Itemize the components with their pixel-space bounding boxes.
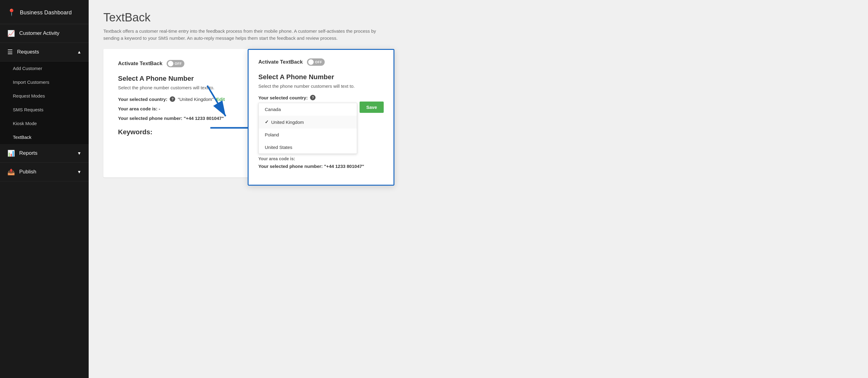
sidebar-brand-label: Business Dashboard (20, 9, 72, 16)
popup-country-label: Your selected country: (258, 95, 308, 100)
dropdown-item-poland[interactable]: Poland (259, 128, 357, 141)
popup-activate-row: Activate TextBack OFF (258, 58, 384, 66)
main-content: TextBack Textback offers a customer real… (89, 0, 868, 378)
sidebar-sub-item-import-customers[interactable]: Import Customers (0, 75, 89, 89)
toggle-knob (168, 61, 173, 66)
popup-area-code-label: Your area code is: (258, 156, 295, 161)
dropdown-item-uk[interactable]: ✓ United Kingdom (259, 116, 357, 128)
dropdown-item-canada[interactable]: Canada (259, 103, 357, 116)
page-title: TextBack (103, 11, 853, 24)
sidebar-sub-item-request-modes[interactable]: Request Modes (0, 89, 89, 103)
publish-icon: 📤 (7, 168, 15, 176)
content-area: Activate TextBack OFF Select A Phone Num… (89, 49, 868, 192)
requests-icon: ☰ (7, 48, 13, 56)
check-icon: ✓ (265, 119, 269, 125)
sub-item-label: Import Customers (13, 80, 49, 85)
location-icon: 📍 (7, 8, 16, 17)
popup-toggle-state: OFF (315, 60, 322, 64)
sidebar-item-label: Requests (17, 49, 39, 55)
save-button[interactable]: Save (360, 101, 384, 113)
page-header: TextBack Textback offers a customer real… (89, 0, 868, 49)
sidebar-sub-item-add-customer[interactable]: Add Customer (0, 61, 89, 75)
country-value: "United Kingdom" (178, 97, 213, 102)
activity-icon: 📈 (7, 30, 15, 37)
sub-item-label: TextBack (13, 135, 31, 140)
sidebar-sub-item-textback[interactable]: TextBack (0, 130, 89, 144)
sidebar-item-publish[interactable]: 📤 Publish ▼ (0, 163, 89, 181)
popup-question-badge[interactable]: ? (310, 95, 315, 100)
dropdown-item-label: United States (265, 145, 292, 150)
sidebar-item-requests[interactable]: ☰ Requests ▲ (0, 43, 89, 61)
sidebar-item-customer-activity[interactable]: 📈 Customer Activity (0, 24, 89, 43)
dropdown-item-us[interactable]: United States (259, 141, 357, 153)
popup-toggle-knob (308, 59, 314, 65)
popup-country-row: Your selected country: ? (258, 95, 384, 100)
toggle-state: OFF (175, 62, 182, 65)
country-dropdown[interactable]: Canada ✓ United Kingdom Poland United St… (258, 103, 357, 154)
reports-icon: 📊 (7, 150, 15, 157)
sidebar-item-label: Customer Activity (19, 30, 59, 36)
chevron-up-icon: ▲ (77, 50, 81, 54)
dropdown-item-label: United Kingdom (271, 120, 304, 125)
page-description: Textback offers a customer real-time ent… (103, 28, 378, 41)
activate-toggle[interactable]: OFF (167, 60, 184, 67)
sidebar-item-reports[interactable]: 📊 Reports ▼ (0, 144, 89, 163)
activate-textback-label: Activate TextBack (118, 61, 162, 67)
popup-phone-desc: Select the phone number customers will t… (258, 84, 384, 89)
sub-item-label: Request Modes (13, 93, 45, 98)
dropdown-item-label: Poland (265, 132, 279, 137)
edit-link[interactable]: Edit (216, 97, 225, 102)
popup-area-code-row: Your area code is: (258, 156, 384, 161)
popup-card: Activate TextBack OFF Select A Phone Num… (248, 49, 394, 186)
sub-item-label: Add Customer (13, 66, 42, 71)
dropdown-item-label: Canada (265, 107, 281, 112)
sidebar-sub-item-sms-requests[interactable]: SMS Requests (0, 103, 89, 117)
popup-phone-row: Your selected phone number: "+44 1233 80… (258, 164, 384, 169)
country-label: Your selected country: (118, 97, 167, 102)
sub-item-label: SMS Requests (13, 107, 43, 112)
chevron-down-icon: ▼ (77, 151, 81, 156)
popup-activate-label: Activate TextBack (258, 59, 303, 65)
sidebar-item-label: Publish (19, 169, 36, 175)
sidebar: 📍 Business Dashboard 📈 Customer Activity… (0, 0, 89, 378)
popup-phone-title: Select A Phone Number (258, 73, 384, 81)
sidebar-item-label: Reports (19, 150, 38, 156)
sidebar-brand[interactable]: 📍 Business Dashboard (0, 0, 89, 24)
sub-item-label: Kiosk Mode (13, 121, 37, 126)
question-badge[interactable]: ? (170, 96, 175, 102)
sidebar-sub-item-kiosk-mode[interactable]: Kiosk Mode (0, 117, 89, 130)
chevron-down-icon: ▼ (77, 169, 81, 174)
popup-activate-toggle[interactable]: OFF (307, 58, 325, 66)
